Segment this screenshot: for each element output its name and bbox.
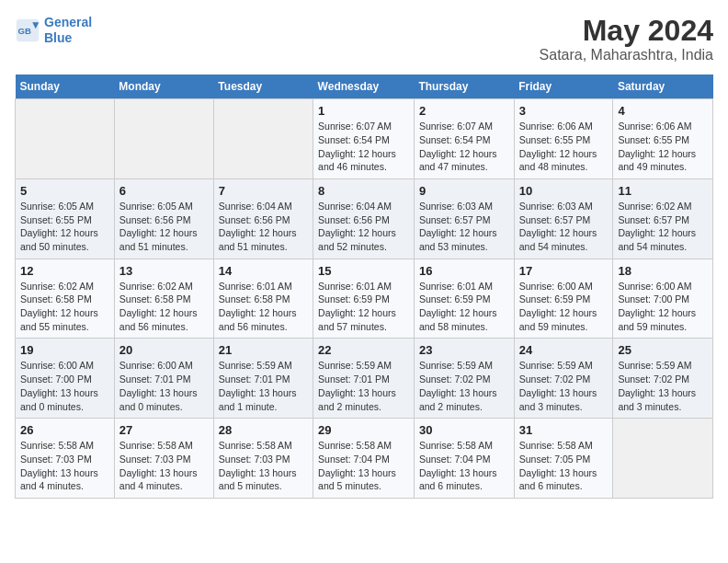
day-number: 30 [419, 423, 509, 437]
day-cell: 2Sunrise: 6:07 AM Sunset: 6:54 PM Daylig… [414, 99, 514, 179]
day-number: 5 [20, 184, 109, 198]
day-info: Sunrise: 6:05 AM Sunset: 6:55 PM Dayligh… [20, 200, 109, 254]
day-cell [16, 99, 115, 179]
day-info: Sunrise: 5:58 AM Sunset: 7:05 PM Dayligh… [519, 439, 609, 493]
day-info: Sunrise: 6:00 AM Sunset: 7:00 PM Dayligh… [20, 359, 109, 413]
day-number: 6 [119, 184, 209, 198]
day-info: Sunrise: 6:01 AM Sunset: 6:59 PM Dayligh… [419, 280, 509, 334]
day-number: 16 [419, 264, 509, 278]
day-cell: 16Sunrise: 6:01 AM Sunset: 6:59 PM Dayli… [414, 259, 514, 339]
day-info: Sunrise: 5:58 AM Sunset: 7:03 PM Dayligh… [20, 439, 109, 493]
day-number: 2 [419, 104, 509, 118]
day-cell: 28Sunrise: 5:58 AM Sunset: 7:03 PM Dayli… [213, 419, 313, 499]
calendar-body: 1Sunrise: 6:07 AM Sunset: 6:54 PM Daylig… [16, 99, 713, 499]
day-number: 11 [618, 184, 708, 198]
calendar-table: Sunday Monday Tuesday Wednesday Thursday… [15, 75, 713, 499]
day-number: 12 [20, 264, 109, 278]
day-number: 26 [20, 423, 109, 437]
day-info: Sunrise: 6:03 AM Sunset: 6:57 PM Dayligh… [419, 200, 509, 254]
day-info: Sunrise: 6:05 AM Sunset: 6:56 PM Dayligh… [119, 200, 209, 254]
day-cell: 3Sunrise: 6:06 AM Sunset: 6:55 PM Daylig… [514, 99, 613, 179]
day-info: Sunrise: 6:01 AM Sunset: 6:59 PM Dayligh… [318, 280, 409, 334]
col-sunday: Sunday [16, 75, 115, 99]
col-friday: Friday [514, 75, 613, 99]
logo: GB General Blue [15, 15, 92, 46]
calendar-title: May 2024 [540, 15, 713, 47]
day-cell [213, 99, 313, 179]
day-info: Sunrise: 5:59 AM Sunset: 7:02 PM Dayligh… [419, 359, 509, 413]
day-cell [613, 419, 713, 499]
day-number: 17 [519, 264, 609, 278]
day-info: Sunrise: 6:04 AM Sunset: 6:56 PM Dayligh… [219, 200, 308, 254]
day-cell: 8Sunrise: 6:04 AM Sunset: 6:56 PM Daylig… [313, 178, 415, 259]
day-info: Sunrise: 6:04 AM Sunset: 6:56 PM Dayligh… [318, 200, 409, 254]
week-row-1: 1Sunrise: 6:07 AM Sunset: 6:54 PM Daylig… [16, 99, 713, 179]
day-cell: 25Sunrise: 5:59 AM Sunset: 7:02 PM Dayli… [613, 339, 713, 419]
day-number: 18 [618, 264, 708, 278]
day-number: 31 [519, 423, 609, 437]
day-info: Sunrise: 6:02 AM Sunset: 6:58 PM Dayligh… [119, 280, 209, 334]
day-cell: 19Sunrise: 6:00 AM Sunset: 7:00 PM Dayli… [16, 339, 115, 419]
day-number: 13 [119, 264, 209, 278]
day-cell: 26Sunrise: 5:58 AM Sunset: 7:03 PM Dayli… [16, 419, 115, 499]
col-wednesday: Wednesday [313, 75, 415, 99]
day-number: 8 [318, 184, 409, 198]
col-saturday: Saturday [613, 75, 713, 99]
day-number: 14 [219, 264, 308, 278]
day-number: 1 [318, 104, 409, 118]
day-number: 22 [318, 343, 409, 357]
page-header: GB General Blue May 2024 Satara, Maharas… [15, 15, 713, 63]
day-cell [114, 99, 213, 179]
day-info: Sunrise: 5:59 AM Sunset: 7:02 PM Dayligh… [519, 359, 609, 413]
day-number: 7 [219, 184, 308, 198]
day-info: Sunrise: 6:01 AM Sunset: 6:58 PM Dayligh… [219, 280, 308, 334]
day-info: Sunrise: 6:02 AM Sunset: 6:58 PM Dayligh… [20, 280, 109, 334]
week-row-4: 19Sunrise: 6:00 AM Sunset: 7:00 PM Dayli… [16, 339, 713, 419]
day-info: Sunrise: 5:59 AM Sunset: 7:01 PM Dayligh… [318, 359, 409, 413]
day-cell: 18Sunrise: 6:00 AM Sunset: 7:00 PM Dayli… [613, 259, 713, 339]
calendar-header: Sunday Monday Tuesday Wednesday Thursday… [16, 75, 713, 99]
day-number: 15 [318, 264, 409, 278]
day-number: 10 [519, 184, 609, 198]
col-thursday: Thursday [414, 75, 514, 99]
day-info: Sunrise: 6:06 AM Sunset: 6:55 PM Dayligh… [519, 120, 609, 174]
svg-text:GB: GB [18, 25, 31, 35]
day-cell: 14Sunrise: 6:01 AM Sunset: 6:58 PM Dayli… [213, 259, 313, 339]
day-cell: 11Sunrise: 6:02 AM Sunset: 6:57 PM Dayli… [613, 178, 713, 259]
calendar-subtitle: Satara, Maharashtra, India [540, 47, 713, 63]
day-number: 21 [219, 343, 308, 357]
day-cell: 17Sunrise: 6:00 AM Sunset: 6:59 PM Dayli… [514, 259, 613, 339]
day-number: 29 [318, 423, 409, 437]
day-cell: 13Sunrise: 6:02 AM Sunset: 6:58 PM Dayli… [114, 259, 213, 339]
day-cell: 21Sunrise: 5:59 AM Sunset: 7:01 PM Dayli… [213, 339, 313, 419]
day-number: 23 [419, 343, 509, 357]
day-cell: 15Sunrise: 6:01 AM Sunset: 6:59 PM Dayli… [313, 259, 415, 339]
logo-icon: GB [15, 17, 40, 43]
week-row-2: 5Sunrise: 6:05 AM Sunset: 6:55 PM Daylig… [16, 178, 713, 259]
logo-line1: General [44, 15, 92, 29]
day-number: 9 [419, 184, 509, 198]
day-cell: 10Sunrise: 6:03 AM Sunset: 6:57 PM Dayli… [514, 178, 613, 259]
day-number: 20 [119, 343, 209, 357]
day-cell: 1Sunrise: 6:07 AM Sunset: 6:54 PM Daylig… [313, 99, 415, 179]
day-number: 24 [519, 343, 609, 357]
header-row: Sunday Monday Tuesday Wednesday Thursday… [16, 75, 713, 99]
day-cell: 5Sunrise: 6:05 AM Sunset: 6:55 PM Daylig… [16, 178, 115, 259]
day-info: Sunrise: 6:00 AM Sunset: 7:00 PM Dayligh… [618, 280, 708, 334]
title-block: May 2024 Satara, Maharashtra, India [540, 15, 713, 63]
day-cell: 22Sunrise: 5:59 AM Sunset: 7:01 PM Dayli… [313, 339, 415, 419]
day-info: Sunrise: 5:58 AM Sunset: 7:03 PM Dayligh… [219, 439, 308, 493]
day-cell: 30Sunrise: 5:58 AM Sunset: 7:04 PM Dayli… [414, 419, 514, 499]
day-info: Sunrise: 5:58 AM Sunset: 7:04 PM Dayligh… [318, 439, 409, 493]
day-info: Sunrise: 6:03 AM Sunset: 6:57 PM Dayligh… [519, 200, 609, 254]
day-cell: 29Sunrise: 5:58 AM Sunset: 7:04 PM Dayli… [313, 419, 415, 499]
day-number: 3 [519, 104, 609, 118]
day-info: Sunrise: 6:00 AM Sunset: 7:01 PM Dayligh… [119, 359, 209, 413]
day-info: Sunrise: 5:58 AM Sunset: 7:03 PM Dayligh… [119, 439, 209, 493]
day-info: Sunrise: 6:07 AM Sunset: 6:54 PM Dayligh… [318, 120, 409, 174]
day-info: Sunrise: 6:07 AM Sunset: 6:54 PM Dayligh… [419, 120, 509, 174]
day-cell: 12Sunrise: 6:02 AM Sunset: 6:58 PM Dayli… [16, 259, 115, 339]
day-cell: 24Sunrise: 5:59 AM Sunset: 7:02 PM Dayli… [514, 339, 613, 419]
day-number: 19 [20, 343, 109, 357]
day-cell: 7Sunrise: 6:04 AM Sunset: 6:56 PM Daylig… [213, 178, 313, 259]
